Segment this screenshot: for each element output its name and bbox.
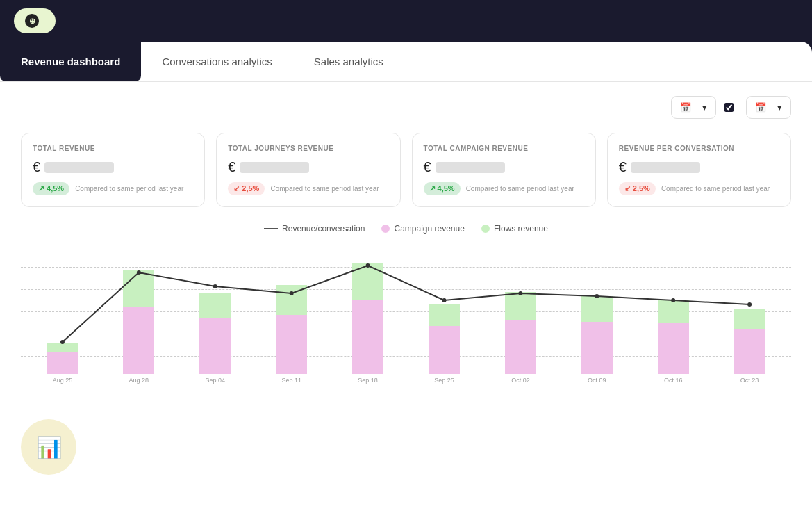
bar-green xyxy=(429,304,460,326)
tab-conversations[interactable]: Conversations analytics xyxy=(141,42,292,81)
metric-bar-total-journeys xyxy=(240,162,309,173)
bar-group: Sep 04 xyxy=(181,293,250,384)
tab-revenue[interactable]: Revenue dashboard xyxy=(0,42,141,81)
bar-stack xyxy=(47,343,78,374)
metric-badge-revenue-per-conversation: ↙ 2,5% xyxy=(619,182,656,195)
metric-card-total-campaign: TOTAL CAMPAIGN REVENUE € ↗ 4,5% Compared… xyxy=(412,133,596,207)
bar-group: Oct 02 xyxy=(486,292,555,384)
bar-label: Sep 11 xyxy=(281,377,301,384)
bar-label: Aug 28 xyxy=(129,377,149,384)
calendar-icon: 📅 xyxy=(680,102,691,113)
metrics-grid: TOTAL REVENUE € ↗ 4,5% Compared to same … xyxy=(21,133,791,207)
chevron-down-compare-icon: ▾ xyxy=(777,102,782,113)
calendar-compare-icon: 📅 xyxy=(755,102,766,113)
compare-date-picker[interactable]: 📅 ▾ xyxy=(746,96,791,119)
bar-green xyxy=(123,270,154,307)
metric-badge-total-journeys: ↙ 2,5% xyxy=(228,182,265,195)
legend-revenue-label: Revenue/conversation xyxy=(282,224,365,234)
tabs-bar: Revenue dashboard Conversations analytic… xyxy=(0,42,812,82)
metric-currency-total-revenue: € xyxy=(33,159,40,175)
bar-label: Oct 23 xyxy=(740,377,759,384)
metric-bar-revenue-per-conversation xyxy=(631,162,700,173)
metric-currency-total-journeys: € xyxy=(228,159,235,175)
metric-value-total-campaign: € xyxy=(424,159,584,175)
bar-label: Sep 04 xyxy=(206,377,226,384)
bar-stack xyxy=(199,293,231,374)
bar-stack xyxy=(352,263,383,374)
metric-value-total-revenue: € xyxy=(33,159,193,175)
bar-green xyxy=(352,263,383,300)
bar-group: Sep 25 xyxy=(410,304,479,384)
bar-label: Sep 25 xyxy=(434,377,454,384)
bar-green xyxy=(658,300,689,323)
date-range-picker[interactable]: 📅 ▾ xyxy=(671,96,716,119)
bar-stack xyxy=(658,300,689,374)
metric-label-total-journeys: TOTAL JOURNEYS REVENUE xyxy=(228,145,388,152)
metric-badge-total-campaign: ↗ 4,5% xyxy=(424,182,461,195)
bar-green xyxy=(581,296,613,322)
bar-pink xyxy=(581,322,613,374)
report-hub-button[interactable]: ⊕ xyxy=(14,8,56,33)
metric-compare-revenue-per-conversation: Compared to same period last year xyxy=(661,185,770,193)
metric-footer-total-campaign: ↗ 4,5% Compared to same period last year xyxy=(424,182,584,195)
metric-card-total-journeys: TOTAL JOURNEYS REVENUE € ↙ 2,5% Compared… xyxy=(216,133,400,207)
metric-value-total-journeys: € xyxy=(228,159,388,175)
tab-sales[interactable]: Sales analytics xyxy=(293,42,404,81)
legend-flows-revenue: Flows revenue xyxy=(481,224,548,234)
report-hub-icon: ⊕ xyxy=(25,14,39,28)
bar-pink xyxy=(276,315,307,374)
bar-pink xyxy=(429,326,460,374)
bar-green xyxy=(505,292,536,320)
flows-dot-icon xyxy=(481,225,490,233)
legend-flows-label: Flows revenue xyxy=(494,224,548,234)
bottom-icon-section: 📊 xyxy=(21,405,791,489)
bar-pink xyxy=(734,329,765,374)
bar-label: Sep 18 xyxy=(358,377,378,384)
metric-footer-total-revenue: ↗ 4,5% Compared to same period last year xyxy=(33,182,193,195)
bars-area: Aug 25 Aug 28 Sep 04 Sep 11 Sep 18 Sep 2… xyxy=(21,245,791,384)
bar-pink xyxy=(658,323,689,374)
bar-green xyxy=(199,293,231,318)
bar-label: Oct 16 xyxy=(664,377,683,384)
metric-card-total-revenue: TOTAL REVENUE € ↗ 4,5% Compared to same … xyxy=(21,133,205,207)
metric-label-revenue-per-conversation: REVENUE PER CONVERSATION xyxy=(619,145,779,152)
metric-currency-revenue-per-conversation: € xyxy=(619,159,627,175)
bar-pink xyxy=(505,320,536,374)
chart-legend: Revenue/conversation Campaign revenue Fl… xyxy=(21,224,791,234)
bar-pink xyxy=(199,318,231,374)
chart-container: Aug 25 Aug 28 Sep 04 Sep 11 Sep 18 Sep 2… xyxy=(21,245,791,384)
line-icon xyxy=(264,228,278,229)
bar-label: Oct 09 xyxy=(588,377,606,384)
metric-compare-total-campaign: Compared to same period last year xyxy=(466,185,574,193)
bar-stack xyxy=(276,285,307,374)
bar-stack xyxy=(581,296,613,374)
metric-value-revenue-per-conversation: € xyxy=(619,159,779,175)
bar-stack xyxy=(123,270,154,374)
bar-label: Aug 25 xyxy=(53,377,73,384)
analytics-icon: 📊 xyxy=(36,435,62,459)
legend-campaign-label: Campaign revenue xyxy=(394,224,464,234)
bar-group: Oct 16 xyxy=(638,300,708,384)
metric-compare-total-revenue: Compared to same period last year xyxy=(75,185,183,193)
metric-card-revenue-per-conversation: REVENUE PER CONVERSATION € ↙ 2,5% Compar… xyxy=(607,133,791,207)
bar-group: Aug 25 xyxy=(28,343,97,384)
bar-pink xyxy=(47,352,78,374)
legend-campaign-revenue: Campaign revenue xyxy=(381,224,464,234)
compare-checkbox-container xyxy=(724,103,738,112)
campaign-dot-icon xyxy=(381,225,390,233)
bar-group: Oct 23 xyxy=(715,309,784,384)
compare-checkbox-input[interactable] xyxy=(724,103,734,112)
bar-green xyxy=(47,343,78,352)
bar-green xyxy=(276,285,307,315)
bar-stack xyxy=(505,292,536,374)
metric-compare-total-journeys: Compared to same period last year xyxy=(270,185,379,193)
bar-stack xyxy=(734,309,765,374)
metric-footer-total-journeys: ↙ 2,5% Compared to same period last year xyxy=(228,182,388,195)
bar-pink xyxy=(123,307,154,374)
metric-bar-total-revenue xyxy=(44,162,114,173)
bar-pink xyxy=(352,300,383,374)
metric-bar-total-campaign xyxy=(436,162,505,173)
bar-group: Oct 09 xyxy=(562,296,631,384)
bar-group: Sep 11 xyxy=(257,285,326,384)
bar-green xyxy=(734,309,765,329)
